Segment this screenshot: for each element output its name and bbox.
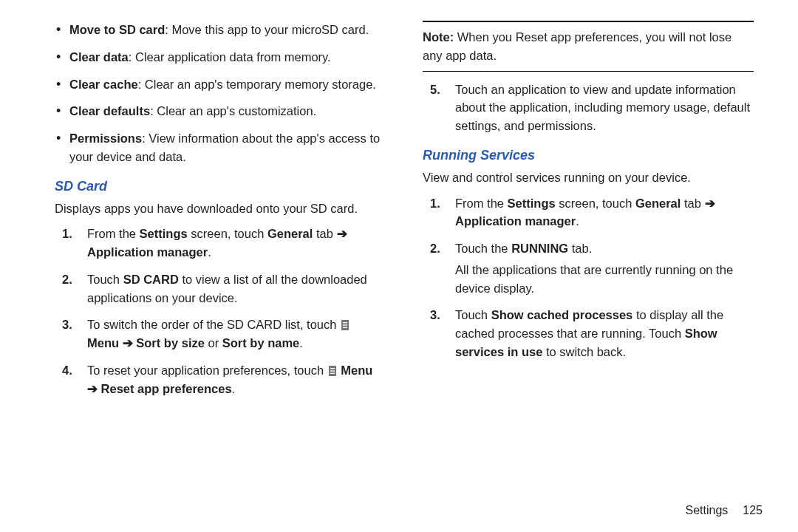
option-bullet-list: Move to SD card: Move this app to your m… bbox=[55, 21, 383, 166]
step-5: Touch an application to view and update … bbox=[423, 81, 754, 135]
option-bullet: Move to SD card: Move this app to your m… bbox=[68, 21, 383, 39]
menu-icon bbox=[341, 320, 349, 330]
step-3: To switch the order of the SD CARD list,… bbox=[55, 316, 383, 352]
svg-rect-6 bbox=[330, 370, 335, 371]
sd-card-intro: Displays apps you have downloaded onto y… bbox=[55, 200, 383, 218]
running-services-heading: Running Services bbox=[423, 146, 754, 166]
rs-step-1: From the Settings screen, touch General … bbox=[423, 194, 754, 231]
rs-step-3: Touch Show cached processes to display a… bbox=[423, 306, 754, 361]
svg-rect-3 bbox=[343, 327, 347, 328]
running-services-steps: From the Settings screen, touch General … bbox=[423, 194, 754, 361]
svg-rect-5 bbox=[330, 368, 335, 369]
svg-rect-2 bbox=[343, 325, 347, 326]
menu-icon bbox=[329, 366, 336, 376]
step-2: Touch SD CARD to view a list of all the … bbox=[55, 270, 383, 307]
footer-section: Settings bbox=[685, 504, 728, 516]
note-block: Note: When you Reset app preferences, yo… bbox=[423, 28, 754, 65]
page-footer: Settings125 bbox=[685, 504, 763, 517]
step-1: From the Settings screen, touch General … bbox=[55, 225, 383, 262]
manual-page: Move to SD card: Move this app to your m… bbox=[0, 0, 798, 532]
option-bullet: Clear cache: Clear an app's temporary me… bbox=[68, 75, 383, 94]
running-services-intro: View and control services running on you… bbox=[423, 168, 754, 187]
arrow-icon: ➔ bbox=[337, 227, 347, 240]
continued-steps: Touch an application to view and update … bbox=[423, 81, 754, 135]
sd-card-steps: From the Settings screen, touch General … bbox=[55, 225, 383, 398]
right-column: Note: When you Reset app preferences, yo… bbox=[399, 21, 776, 525]
note-rule-top bbox=[423, 21, 754, 22]
left-column: Move to SD card: Move this app to your m… bbox=[22, 21, 399, 525]
option-bullet: Clear defaults: Clear an app's customiza… bbox=[68, 102, 383, 120]
note-rule-bottom bbox=[423, 71, 754, 72]
sd-card-heading: SD Card bbox=[55, 177, 383, 197]
step-4: To reset your application preferences, t… bbox=[55, 361, 383, 398]
option-bullet: Permissions: View information about the … bbox=[68, 129, 383, 166]
option-bullet: Clear data: Clear application data from … bbox=[68, 48, 383, 66]
arrow-icon: ➔ bbox=[705, 197, 715, 210]
svg-rect-7 bbox=[330, 372, 335, 373]
rs-step-2: Touch the RUNNING tab. All the applicati… bbox=[423, 239, 754, 297]
svg-rect-1 bbox=[343, 322, 347, 323]
footer-page-number: 125 bbox=[743, 504, 763, 516]
arrow-icon: ➔ bbox=[87, 382, 98, 395]
arrow-icon: ➔ bbox=[123, 336, 133, 349]
